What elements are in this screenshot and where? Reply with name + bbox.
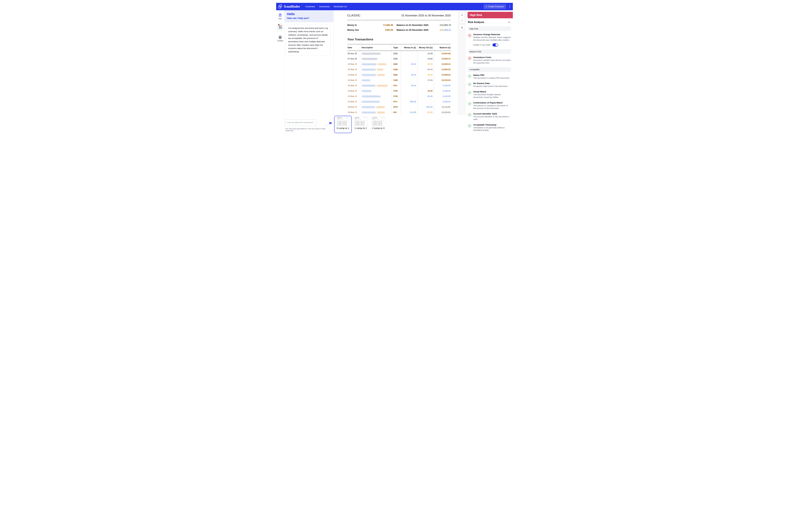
risk-item-title: Confirmation of Payee Match [473,101,511,104]
risk-item-description: The document visually matches documents … [473,93,511,99]
send-button[interactable] [329,121,332,125]
txn-balance: 19,064.8913,064.89 [434,51,451,56]
thumbnail-page-1[interactable]: ♞LLOYDS1 comp to 2 [352,116,369,133]
zoom-out-button[interactable]: − [459,18,464,23]
create-customer-button[interactable]: + Create Customer [483,4,506,9]
chevron-up-icon[interactable] [508,21,510,23]
check-icon [469,125,471,127]
txn-money-out: 40.0038.72 [417,67,434,72]
txn-type: DEBDPO [392,78,401,83]
lloyds-horse-icon: ♞ [337,117,338,118]
risk-section-label: High Risk [467,26,511,31]
transaction-row: 10 Nov 2510 Feb 25DEBDPO40.0038.7218,969… [347,67,451,72]
sidebar-item-document[interactable] [277,24,283,30]
create-customer-label: Create Customer [488,5,504,8]
top-nav: fraudfinder CustomersDocumentsRestricted… [276,3,513,10]
chat-input[interactable] [285,119,317,126]
risk-item: Versions Change DetectedMultiple version… [467,33,511,46]
transaction-row: 07 Nov 25DEB14.5019,069.5513,069.55 [347,56,451,61]
download-button[interactable] [459,25,465,30]
redacted-description [362,69,376,71]
chat-disclaimer: Our chat uses generative AI. You may nee… [285,127,333,133]
statement-summary: Money In £2,888.48£2,288.08 Money Out £5… [347,24,451,34]
risk-item-title: No Generic Data [473,82,508,84]
risk-item: Acceptable TimestampTimestamp is not gen… [467,124,511,132]
col-date: Date [347,44,360,51]
files-label: Files [278,18,282,20]
txn-description [360,61,392,67]
txn-balance: 3,169.55 [434,88,451,94]
clipboard-icon [278,13,282,17]
txn-description [360,67,392,72]
risk-banner: High Risk [467,12,513,18]
sidebar-item-insights[interactable]: Insights [277,35,283,42]
thumbnail-label: 1 comp to 2 [354,127,367,130]
nav-item-customers[interactable]: Customers [305,5,315,8]
txn-date: 06 Nov 25 [347,51,360,56]
txn-description [360,88,392,94]
check-icon [469,114,471,116]
app-window: fraudfinder CustomersDocumentsRestricted… [276,0,513,133]
risk-item-title: Anomalous Fonts [473,56,511,58]
bank-statement-page: CLASSIC 01 November 2025 to 30 November … [347,14,451,120]
balance-start-value: £19,068.78 [440,24,451,26]
nav-item-documents[interactable]: Documents [319,5,330,8]
txn-balance: 19,069.5513,069.55 [434,56,451,61]
transaction-row: 12 Nov 2512 Feb 25FPOFP%60.003,109.55 [347,94,451,99]
txn-money-in [401,51,417,56]
txn-money-in: 213.59 [401,110,417,115]
statement-account-type: CLASSIC [347,14,361,17]
col-money-in: Money In (£) [401,44,417,51]
nav-item-restricted-list[interactable]: Restricted List [334,5,347,8]
kebab-menu-icon[interactable] [509,4,511,8]
chat-subtitle: How can I help you? [287,17,331,19]
txn-type: FPIFP% [392,83,401,88]
xray-toggle[interactable] [493,43,498,46]
txn-money-out: 30.0030.00 [417,88,434,94]
transaction-row: 10 Nov 2510 Feb 25FPOFP%30.0030.003,169.… [347,88,451,94]
chat-hero: Hello How can I help you? [285,10,333,22]
txn-date: 10 Nov 2510 Feb 25 [347,61,360,67]
redacted-description [362,63,377,65]
risk-item: No Generic DataNo generic data found in … [467,82,511,88]
txn-type: DPIBP [392,110,401,115]
redacted-description [362,74,376,76]
txn-description [360,72,392,78]
bank-icon [278,35,282,39]
txn-money-in [401,56,417,61]
check-circle-icon [467,124,472,128]
txn-description [360,51,392,56]
sidebar-item-files[interactable]: Files [278,13,282,20]
txn-money-in [401,88,417,94]
thumbnail-page-0[interactable]: ♞LLOYDS0 comp to 1 [334,116,352,133]
document-icon [278,25,282,29]
txn-balance: 3,199.55 [434,83,451,88]
redacted-description [362,79,370,81]
txn-balance: 18,715.913,715.91 [434,104,451,110]
thumbnail-page-2[interactable]: ♞LLOYDS2 comp to 3 [370,116,387,133]
txn-money-out: 45.55 [417,110,434,115]
send-arrow-icon [329,121,332,125]
txn-date: 10 Nov 2510 Feb 25 [347,83,360,88]
risk-item-description: Multiple versions detected, which sugges… [473,36,511,41]
txn-type: DEBBP [392,72,401,78]
txn-date: 10 Nov 2510 Feb 25 [347,88,360,94]
risk-section-label: Medium Risk [467,49,511,54]
check-icon [469,103,471,105]
zoom-in-button[interactable]: + [459,13,464,18]
txn-type: FPOFP% [392,94,401,99]
check-icon [469,83,471,86]
txn-description [360,78,392,83]
txn-money-out: 30.00 [417,61,434,67]
txn-money-in: 30.00 [401,83,417,88]
risk-item: Native PDFThe document is a Native PDF d… [467,74,511,79]
transaction-row: 06 Nov 25DEB14.0919,064.8913,064.89 [347,51,451,56]
txn-type: DEBBP [392,61,401,67]
transaction-row: 10 Nov 2510 Feb 25DEBBP30.0018.5018,999.… [347,72,451,78]
transaction-row: 10 Nov 2510 Feb 25DEBBP30.0030.0019,099.… [347,61,451,67]
chat-greeting: Hello [287,12,331,16]
txn-money-in [401,94,417,99]
risk-item-description: Document contains fonts that do not matc… [473,59,511,64]
brand[interactable]: fraudfinder [278,4,300,9]
redacted-description [377,112,385,113]
